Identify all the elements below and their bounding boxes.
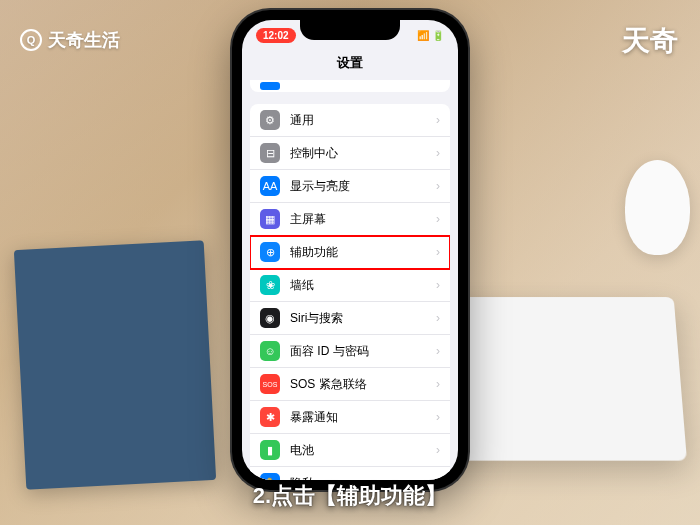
chevron-right-icon: › <box>436 245 440 259</box>
row-label: 电池 <box>290 442 436 459</box>
instruction-caption: 2.点击【辅助功能】 <box>253 481 447 511</box>
chevron-right-icon: › <box>436 311 440 325</box>
settings-group: ⚙通用›⊟控制中心›AA显示与亮度›▦主屏幕›⊕辅助功能›❀墙纸›◉Siri与搜… <box>250 104 450 480</box>
exposure-icon: ✱ <box>260 407 280 427</box>
settings-row-battery[interactable]: ▮电池› <box>250 434 450 467</box>
wallpaper-icon: ❀ <box>260 275 280 295</box>
settings-row-accessibility[interactable]: ⊕辅助功能› <box>250 236 450 269</box>
chevron-right-icon: › <box>436 344 440 358</box>
row-label: 面容 ID 与密码 <box>290 343 436 360</box>
background-mouse <box>625 160 690 255</box>
chevron-right-icon: › <box>436 476 440 480</box>
settings-row-wallpaper[interactable]: ❀墙纸› <box>250 269 450 302</box>
row-label: 暴露通知 <box>290 409 436 426</box>
watermark-left: Q 天奇生活 <box>20 28 120 52</box>
settings-row-exposure[interactable]: ✱暴露通知› <box>250 401 450 434</box>
siri-icon: ◉ <box>260 308 280 328</box>
phone-notch <box>300 20 400 40</box>
partial-previous-group <box>250 80 450 92</box>
watermark-logo-icon: Q <box>20 29 42 51</box>
status-time: 12:02 <box>256 28 296 43</box>
row-label: 控制中心 <box>290 145 436 162</box>
phone-frame: 12:02 📶 🔋 设置 ⚙通用›⊟控制中心›AA显示与亮度›▦主屏幕›⊕辅助功… <box>232 10 468 490</box>
control-center-icon: ⊟ <box>260 143 280 163</box>
settings-row-display[interactable]: AA显示与亮度› <box>250 170 450 203</box>
row-label: 主屏幕 <box>290 211 436 228</box>
privacy-icon: ✋ <box>260 473 280 480</box>
watermark-left-text: 天奇生活 <box>48 28 120 52</box>
chevron-right-icon: › <box>436 443 440 457</box>
page-title: 设置 <box>242 50 458 80</box>
settings-row-control-center[interactable]: ⊟控制中心› <box>250 137 450 170</box>
chevron-right-icon: › <box>436 146 440 160</box>
partial-row-icon <box>260 82 280 90</box>
row-label: 辅助功能 <box>290 244 436 261</box>
sos-icon: SOS <box>260 374 280 394</box>
watermark-right: 天奇 <box>622 22 678 60</box>
chevron-right-icon: › <box>436 278 440 292</box>
settings-row-siri[interactable]: ◉Siri与搜索› <box>250 302 450 335</box>
row-label: 通用 <box>290 112 436 129</box>
background-notebook <box>14 240 216 490</box>
row-label: SOS 紧急联络 <box>290 376 436 393</box>
row-label: 隐私 <box>290 475 436 481</box>
chevron-right-icon: › <box>436 113 440 127</box>
row-label: Siri与搜索 <box>290 310 436 327</box>
phone-screen: 12:02 📶 🔋 设置 ⚙通用›⊟控制中心›AA显示与亮度›▦主屏幕›⊕辅助功… <box>242 20 458 480</box>
accessibility-icon: ⊕ <box>260 242 280 262</box>
settings-row-faceid[interactable]: ☺面容 ID 与密码› <box>250 335 450 368</box>
display-icon: AA <box>260 176 280 196</box>
row-label: 显示与亮度 <box>290 178 436 195</box>
row-label: 墙纸 <box>290 277 436 294</box>
signal-icon: 📶 <box>417 30 429 41</box>
home-screen-icon: ▦ <box>260 209 280 229</box>
chevron-right-icon: › <box>436 410 440 424</box>
battery-icon: ▮ <box>260 440 280 460</box>
faceid-icon: ☺ <box>260 341 280 361</box>
chevron-right-icon: › <box>436 377 440 391</box>
chevron-right-icon: › <box>436 212 440 226</box>
chevron-right-icon: › <box>436 179 440 193</box>
settings-row-sos[interactable]: SOSSOS 紧急联络› <box>250 368 450 401</box>
settings-row-privacy[interactable]: ✋隐私› <box>250 467 450 480</box>
battery-icon: 🔋 <box>432 30 444 41</box>
settings-row-home-screen[interactable]: ▦主屏幕› <box>250 203 450 236</box>
settings-row-general[interactable]: ⚙通用› <box>250 104 450 137</box>
general-icon: ⚙ <box>260 110 280 130</box>
status-icons: 📶 🔋 <box>417 30 444 41</box>
